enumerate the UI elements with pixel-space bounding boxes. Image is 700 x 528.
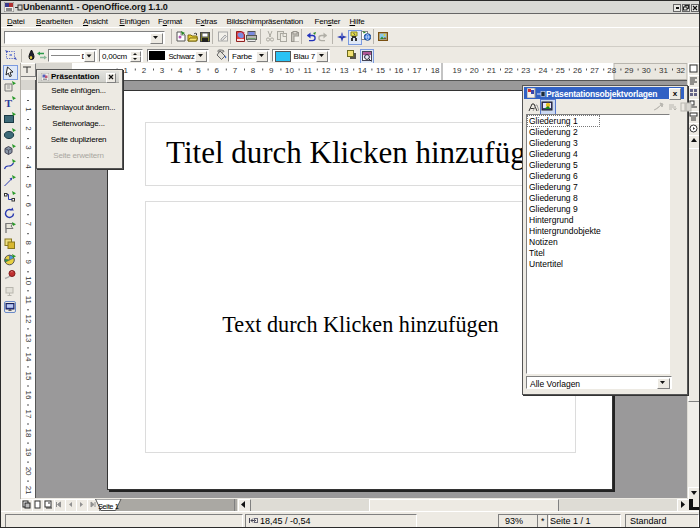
svg-text:21: 21	[24, 486, 33, 495]
svg-text:32: 32	[676, 66, 685, 75]
svg-text:15: 15	[24, 372, 33, 381]
svg-text:13: 13	[24, 333, 33, 342]
svg-text:10: 10	[24, 276, 33, 285]
svg-text:9: 9	[24, 260, 33, 265]
svg-text:16: 16	[394, 66, 403, 75]
svg-text:20: 20	[24, 467, 33, 476]
svg-text:5: 5	[196, 66, 201, 75]
svg-text:2: 2	[142, 66, 147, 75]
svg-text:7: 7	[24, 221, 33, 226]
svg-text:14: 14	[358, 66, 367, 75]
svg-text:21: 21	[487, 66, 496, 75]
svg-text:11: 11	[24, 296, 33, 305]
svg-text:27: 27	[590, 66, 599, 75]
svg-text:6: 6	[214, 66, 219, 75]
svg-text:18: 18	[431, 66, 440, 75]
svg-text:12: 12	[321, 66, 330, 75]
svg-text:25: 25	[556, 66, 565, 75]
svg-text:26: 26	[573, 66, 582, 75]
svg-text:10: 10	[285, 66, 294, 75]
svg-text:29: 29	[625, 66, 634, 75]
svg-text:24: 24	[539, 66, 548, 75]
svg-text:15: 15	[376, 66, 385, 75]
svg-text:3: 3	[24, 145, 33, 150]
svg-text:14: 14	[24, 352, 33, 361]
svg-text:4: 4	[178, 66, 183, 75]
svg-text:13: 13	[340, 66, 349, 75]
svg-text:17: 17	[24, 410, 33, 419]
svg-text:7: 7	[233, 66, 238, 75]
svg-text:12: 12	[24, 314, 33, 323]
svg-text:1: 1	[123, 66, 128, 75]
svg-text:5: 5	[24, 183, 33, 188]
svg-text:8: 8	[24, 240, 33, 245]
svg-text:18: 18	[24, 429, 33, 438]
svg-text:16: 16	[24, 391, 33, 400]
svg-text:17: 17	[412, 66, 421, 75]
svg-text:3: 3	[160, 66, 165, 75]
svg-text:22: 22	[504, 66, 513, 75]
svg-text:1: 1	[24, 107, 33, 112]
svg-text:20: 20	[470, 66, 479, 75]
svg-text:19: 19	[24, 448, 33, 457]
svg-text:23: 23	[521, 66, 530, 75]
svg-text:28: 28	[607, 66, 616, 75]
svg-text:4: 4	[24, 164, 33, 169]
svg-text:6: 6	[24, 202, 33, 207]
svg-text:8: 8	[251, 66, 256, 75]
svg-text:19: 19	[453, 66, 462, 75]
svg-text:9: 9	[269, 66, 274, 75]
svg-text:2: 2	[24, 126, 33, 131]
svg-text:31: 31	[659, 66, 668, 75]
svg-text:30: 30	[642, 66, 651, 75]
svg-text:11: 11	[304, 66, 313, 75]
svg-text:T: T	[5, 97, 13, 108]
